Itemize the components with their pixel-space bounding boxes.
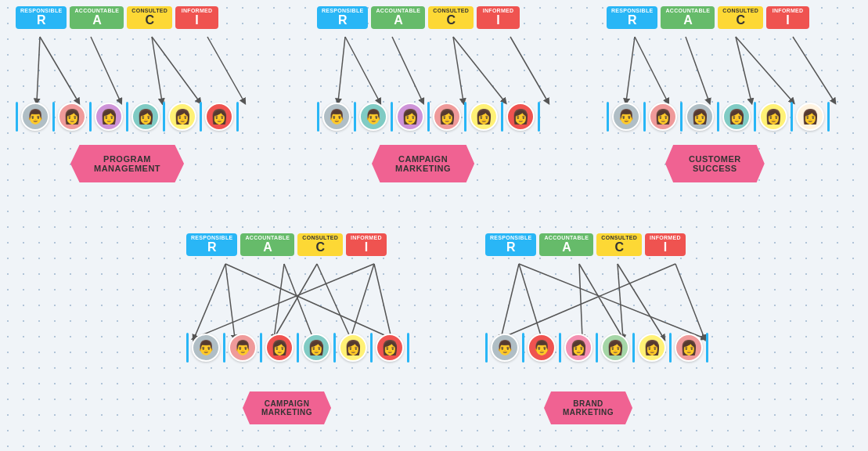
block-program-management: RESPONSIBLE R ACCOUNTABLE A CONSULTED C … — [16, 6, 218, 29]
badge-informed-4: INFORMED I — [346, 233, 387, 256]
badge-responsible-5: RESPONSIBLE R — [485, 233, 536, 256]
badge-responsible-3: RESPONSIBLE R — [607, 6, 657, 29]
badge-consulted-3: CONSULTED C — [718, 6, 763, 29]
avatar-4-5: 👩 — [339, 334, 367, 362]
badge-consulted-2: CONSULTED C — [428, 6, 474, 29]
bracket-7 — [236, 102, 239, 132]
svg-line-0 — [37, 37, 40, 102]
svg-line-3 — [152, 37, 162, 102]
avatar-3-4: 👩 — [722, 103, 751, 131]
svg-line-19 — [225, 264, 235, 338]
avatar-3-5: 👩 — [759, 103, 787, 131]
svg-line-33 — [618, 264, 623, 338]
avatar-4-6: 👩 — [376, 334, 404, 362]
svg-line-5 — [207, 37, 244, 102]
dept-label-5: BRANDMARKETING — [544, 391, 632, 424]
bracket-6 — [200, 102, 202, 132]
badge-accountable-5: ACCOUNTABLE A — [539, 233, 593, 256]
raci-legend-2: RESPONSIBLE R ACCOUNTABLE A CONSULTED C … — [317, 6, 520, 29]
badge-accountable-4: ACCOUNTABLE A — [240, 233, 294, 256]
avatar-1-3: 👩 — [95, 103, 123, 131]
bracket-3 — [89, 102, 92, 132]
avatar-4-3: 👩 — [265, 334, 294, 362]
svg-line-12 — [626, 37, 635, 102]
badge-informed-3: INFORMED I — [766, 6, 809, 29]
avatar-2-5: 👩 — [470, 103, 498, 131]
avatar-2-1: 👨 — [322, 103, 351, 131]
svg-line-27 — [194, 264, 374, 338]
svg-line-2 — [91, 37, 121, 102]
avatar-5-1: 👨 — [491, 334, 519, 362]
block-campaign-marketing-top: RESPONSIBLE R ACCOUNTABLE A CONSULTED C … — [317, 6, 520, 29]
svg-line-6 — [338, 37, 345, 102]
svg-line-9 — [453, 37, 463, 102]
avatar-2-2: 👨 — [359, 103, 387, 131]
avatar-5-4: 👩 — [601, 334, 629, 362]
bracket-1 — [16, 102, 18, 132]
svg-line-10 — [453, 37, 505, 102]
dept-label-1: PROGRAMMANAGEMENT — [70, 145, 184, 182]
svg-line-13 — [635, 37, 668, 102]
raci-legend-1: RESPONSIBLE R ACCOUNTABLE A CONSULTED C … — [16, 6, 218, 29]
avatar-4-4: 👩 — [302, 334, 330, 362]
avatar-4-2: 👨 — [229, 334, 257, 362]
badge-informed-2: INFORMED I — [477, 6, 520, 29]
svg-line-32 — [618, 264, 664, 338]
svg-line-23 — [274, 264, 317, 338]
badge-consulted-1: CONSULTED C — [127, 6, 172, 29]
svg-line-7 — [345, 37, 380, 102]
svg-line-36 — [501, 264, 675, 338]
avatar-1-4: 👩 — [131, 103, 160, 131]
block-brand-marketing: RESPONSIBLE R ACCOUNTABLE A CONSULTED C … — [485, 233, 686, 256]
avatar-2-4: 👩 — [433, 103, 461, 131]
svg-line-28 — [501, 264, 519, 338]
avatars-1: 👨 👩 👩 👩 👩 👩 — [16, 102, 239, 132]
avatars-2: 👨 👨 👩 👩 👩 👩 — [317, 102, 540, 132]
raci-legend-4: RESPONSIBLE R ACCOUNTABLE A CONSULTED C … — [186, 233, 387, 256]
badge-consulted-5: CONSULTED C — [596, 233, 642, 256]
dept-label-2: CAMPAIGNMARKETING — [372, 145, 474, 182]
badge-accountable-3: ACCOUNTABLE A — [661, 6, 715, 29]
avatar-2-6: 👩 — [506, 103, 535, 131]
avatar-1-6: 👩 — [205, 103, 233, 131]
avatar-3-1: 👨 — [612, 103, 640, 131]
badge-accountable-2: ACCOUNTABLE A — [371, 6, 425, 29]
svg-line-16 — [736, 37, 793, 102]
badge-accountable-1: ACCOUNTABLE A — [70, 6, 124, 29]
svg-line-4 — [152, 37, 200, 102]
block-campaign-marketing-bottom: RESPONSIBLE R ACCOUNTABLE A CONSULTED C … — [186, 233, 387, 256]
avatars-4: 👨 👨 👩 👩 👩 👩 — [186, 333, 409, 363]
badge-responsible-2: RESPONSIBLE R — [317, 6, 368, 29]
bracket-4 — [126, 102, 128, 132]
svg-line-8 — [392, 37, 423, 102]
badge-responsible-1: RESPONSIBLE R — [16, 6, 67, 29]
svg-line-15 — [736, 37, 751, 102]
svg-line-14 — [686, 37, 709, 102]
avatar-1-2: 👩 — [58, 103, 86, 131]
avatars-3: 👨 👩 👩 👩 👩 👩 — [607, 102, 830, 132]
svg-line-31 — [579, 264, 623, 338]
svg-line-21 — [284, 264, 313, 338]
svg-line-34 — [675, 264, 704, 338]
svg-line-20 — [274, 264, 284, 338]
svg-line-11 — [510, 37, 548, 102]
avatar-3-3: 👩 — [686, 103, 714, 131]
badge-informed-5: INFORMED I — [645, 233, 686, 256]
avatar-3-2: 👩 — [649, 103, 677, 131]
avatar-3-6: 👩 — [796, 103, 824, 131]
svg-line-25 — [351, 264, 374, 338]
svg-line-24 — [374, 264, 391, 338]
dept-label-3: CUSTOMERSUCCESS — [665, 145, 765, 182]
avatar-5-3: 👩 — [564, 334, 592, 362]
bracket-2 — [52, 102, 55, 132]
svg-line-18 — [194, 264, 225, 338]
avatar-5-2: 👨 — [528, 334, 556, 362]
badge-informed-1: INFORMED I — [175, 6, 218, 29]
raci-legend-3: RESPONSIBLE R ACCOUNTABLE A CONSULTED C … — [607, 6, 809, 29]
svg-line-30 — [579, 264, 582, 338]
avatar-5-6: 👩 — [675, 334, 703, 362]
raci-legend-5: RESPONSIBLE R ACCOUNTABLE A CONSULTED C … — [485, 233, 686, 256]
avatar-5-5: 👩 — [638, 334, 666, 362]
svg-line-22 — [317, 264, 351, 338]
svg-line-17 — [793, 37, 834, 102]
